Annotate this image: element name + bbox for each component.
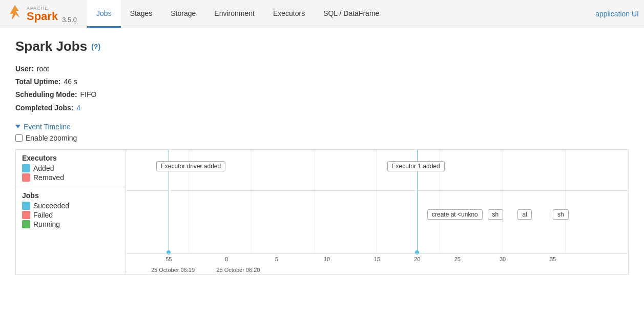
- timeline-right-panel: Executor driver added Executor 1 added: [126, 150, 628, 274]
- grid-line: [440, 191, 503, 252]
- spark-brand: Spark: [27, 11, 58, 22]
- grid-line: [126, 191, 189, 252]
- executor-removed-legend: Removed: [22, 173, 119, 182]
- grid-line: [377, 191, 440, 252]
- executor-chart-area: Executor driver added Executor 1 added: [126, 150, 628, 191]
- job-succeeded-legend: Succeeded: [22, 202, 119, 210]
- jobs-legend-title: Jobs: [22, 191, 119, 200]
- executors-legend-title: Executors: [22, 154, 119, 162]
- timeline-left-panel: Executors Added Removed Jobs Succeeded: [16, 150, 126, 274]
- job-executor1-vline: [417, 191, 418, 252]
- grid-line: [566, 191, 629, 252]
- nav-links: Jobs Stages Storage Environment Executor…: [87, 0, 595, 28]
- completed-value[interactable]: 4: [77, 102, 81, 114]
- nav-jobs[interactable]: Jobs: [87, 0, 121, 28]
- spark-version: 3.5.0: [62, 16, 77, 24]
- user-label: User:: [15, 63, 34, 75]
- help-icon[interactable]: (?): [91, 43, 100, 51]
- grid-line: [252, 150, 315, 190]
- timeline-container: Executors Added Removed Jobs Succeeded: [15, 149, 629, 275]
- axis-tick-15: 15: [374, 256, 380, 262]
- axis-date-2: 25 October 06:20: [216, 267, 260, 273]
- axis-tick-25: 25: [454, 256, 461, 262]
- axis-tick-55: 55: [165, 256, 172, 262]
- axis-date-1: 25 October 06:19: [151, 267, 195, 273]
- spark-text: APACHE Spark: [27, 6, 58, 22]
- spark-flame-icon: [5, 4, 25, 24]
- info-grid: User: root Total Uptime: 46 s Scheduling…: [15, 63, 629, 114]
- executor-driver-tooltip: Executor driver added: [156, 161, 225, 171]
- jobs-legend-section: Jobs Succeeded Failed Running: [16, 187, 126, 233]
- executor-added-icon: [22, 164, 30, 172]
- nav-storage[interactable]: Storage: [161, 0, 205, 28]
- event-timeline-label: Event Timeline: [24, 123, 71, 131]
- app-link[interactable]: application UI: [595, 10, 639, 18]
- job-running-legend: Running: [22, 220, 119, 228]
- grid-line: [566, 150, 629, 190]
- grid-line: [189, 191, 252, 252]
- job-create-tooltip: create at <unkno: [427, 209, 483, 220]
- uptime-label: Total Uptime:: [15, 75, 60, 88]
- svg-marker-1: [10, 5, 19, 19]
- axis-tick-5: 5: [275, 256, 278, 262]
- job-failed-legend: Failed: [22, 211, 119, 219]
- grid-line: [315, 150, 378, 190]
- job-sh1-tooltip: sh: [488, 209, 504, 220]
- nav-stages[interactable]: Stages: [121, 0, 162, 28]
- uptime-value: 46 s: [64, 75, 77, 88]
- event-timeline-toggle[interactable]: Event Timeline: [15, 123, 629, 131]
- job-succeeded-label: Succeeded: [33, 202, 69, 210]
- completed-label: Completed Jobs:: [15, 102, 74, 114]
- zoom-label: Enable zooming: [26, 134, 77, 142]
- axis-tick-10: 10: [324, 256, 330, 262]
- nav-executors[interactable]: Executors: [264, 0, 314, 28]
- sched-value: FIFO: [80, 88, 97, 101]
- time-axis: 55 0 5 10 15 20 25 30 35 25 October 06:1…: [126, 253, 628, 274]
- executor-removed-label: Removed: [33, 173, 64, 182]
- jobs-chart-area: create at <unkno sh al sh: [126, 191, 628, 252]
- grid-line: [503, 191, 566, 252]
- executor-added-legend: Added: [22, 164, 119, 172]
- completed-row: Completed Jobs: 4: [15, 102, 629, 114]
- executors-legend-section: Executors Added Removed: [16, 150, 126, 187]
- executor1-tooltip: Executor 1 added: [387, 161, 445, 171]
- axis-tick-35: 35: [550, 256, 556, 262]
- grid-line: [252, 191, 315, 252]
- sched-label: Scheduling Mode:: [15, 88, 77, 101]
- nav-sql[interactable]: SQL / DataFrame: [314, 0, 388, 28]
- main-content: Spark Jobs (?) User: root Total Uptime: …: [0, 28, 644, 285]
- job-running-icon: [22, 220, 30, 228]
- grid-line: [440, 150, 503, 190]
- uptime-row: Total Uptime: 46 s: [15, 75, 629, 88]
- grid-line: [315, 191, 378, 252]
- axis-tick-30: 30: [500, 256, 506, 262]
- job-succeeded-icon: [22, 202, 30, 210]
- navbar: APACHE Spark 3.5.0 Jobs Stages Storage E…: [0, 0, 644, 28]
- executor-removed-icon: [22, 173, 30, 182]
- job-failed-label: Failed: [33, 211, 53, 219]
- timeline-chart-area: Executors Added Removed Jobs Succeeded: [16, 150, 628, 274]
- zoom-row: Enable zooming: [15, 134, 629, 142]
- page-title-row: Spark Jobs (?): [15, 38, 629, 54]
- page-title-text: Spark Jobs: [15, 38, 87, 54]
- grid-lines-jobs: [126, 191, 628, 252]
- spark-logo: APACHE Spark: [5, 4, 58, 24]
- nav-environment[interactable]: Environment: [205, 0, 264, 28]
- sched-row: Scheduling Mode: FIFO: [15, 88, 629, 101]
- user-value: root: [37, 63, 49, 75]
- triangle-down-icon: [15, 125, 20, 128]
- job-running-label: Running: [33, 220, 60, 228]
- logo-area: APACHE Spark 3.5.0: [5, 4, 77, 24]
- grid-line: [503, 150, 566, 190]
- axis-tick-0: 0: [225, 256, 228, 262]
- job-driver-vline: [169, 191, 169, 252]
- executor-added-label: Added: [33, 164, 54, 172]
- user-row: User: root: [15, 63, 629, 75]
- axis-tick-20: 20: [414, 256, 420, 262]
- zoom-checkbox[interactable]: [15, 134, 23, 142]
- job-sh2-tooltip: sh: [553, 209, 569, 220]
- job-al-tooltip: al: [517, 209, 531, 220]
- job-failed-icon: [22, 211, 30, 219]
